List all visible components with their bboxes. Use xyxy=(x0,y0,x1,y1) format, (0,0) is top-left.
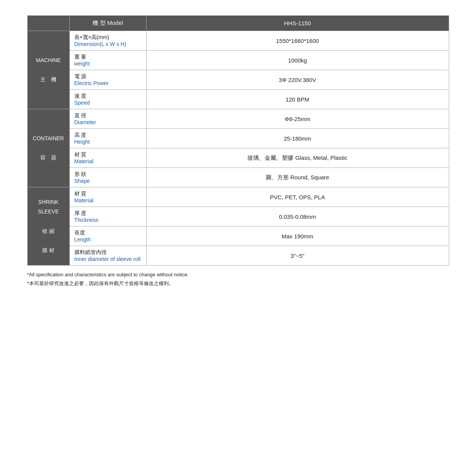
value-cell: 1550*1660*1600 xyxy=(146,31,449,51)
value-cell: 圓、方形 Round, Square xyxy=(146,168,449,187)
table-row: 速 度Speed120 BPM xyxy=(27,90,449,109)
value-cell: 3"~5" xyxy=(146,246,449,266)
table-row: 高 度Height25-180mm xyxy=(27,129,449,148)
table-row: 重 量weight1000kg xyxy=(27,51,449,70)
table-row: 厚 度Thickness0.035-0.08mm xyxy=(27,207,449,226)
spec-cell: 速 度Speed xyxy=(69,90,146,109)
category-cell-2: SHRINKSLEEVE收 縮膜 材 xyxy=(27,187,69,266)
table-row: 膜料紙管內徑Inner diameter of sleeve roll3"~5" xyxy=(27,246,449,266)
value-cell: 1000kg xyxy=(146,51,449,70)
page-wrapper: 機 型 Model HHS-1150 MACHINE主 機長×寬×高(mm)Di… xyxy=(27,15,449,288)
spec-table: 機 型 Model HHS-1150 MACHINE主 機長×寬×高(mm)Di… xyxy=(27,15,449,266)
value-cell: Max 190mm xyxy=(146,226,449,246)
value-cell: 120 BPM xyxy=(146,90,449,109)
table-row: MACHINE主 機長×寬×高(mm)Dimension(L x W x H)1… xyxy=(27,31,449,51)
value-cell: PVC, PET, OPS, PLA xyxy=(146,187,449,207)
table-row: SHRINKSLEEVE收 縮膜 材材 質MaterialPVC, PET, O… xyxy=(27,187,449,207)
spec-cell: 厚 度Thickness xyxy=(69,207,146,226)
footnotes: *All specification and characteristics a… xyxy=(27,270,449,288)
table-row: 電 源Electric Power3Φ 220V.380V xyxy=(27,70,449,90)
value-cell: 玻璃、金屬、塑膠 Glass, Metal, Plastic xyxy=(146,148,449,168)
value-cell: 0.035-0.08mm xyxy=(146,207,449,226)
table-row: 形 狀Shape圓、方形 Round, Square xyxy=(27,168,449,187)
spec-cell: 高 度Height xyxy=(69,129,146,148)
spec-cell: 重 量weight xyxy=(69,51,146,70)
header-col3: HHS-1150 xyxy=(146,16,449,31)
value-cell: 25-180mm xyxy=(146,129,449,148)
footnote-1: *All specification and characteristics a… xyxy=(27,270,449,279)
spec-cell: 膜料紙管內徑Inner diameter of sleeve roll xyxy=(69,246,146,266)
value-cell: 3Φ 220V.380V xyxy=(146,70,449,90)
table-row: 長度LengthMax 190mm xyxy=(27,226,449,246)
spec-cell: 電 源Electric Power xyxy=(69,70,146,90)
spec-cell: 形 狀Shape xyxy=(69,168,146,187)
spec-cell: 長×寬×高(mm)Dimension(L x W x H) xyxy=(69,31,146,51)
category-cell-0: MACHINE主 機 xyxy=(27,31,69,109)
table-row: CONTAINER容 器直 徑DiameterΦ8-25mm xyxy=(27,109,449,129)
spec-cell: 材 質Material xyxy=(69,148,146,168)
table-row: 材 質Material玻璃、金屬、塑膠 Glass, Metal, Plasti… xyxy=(27,148,449,168)
spec-cell: 長度Length xyxy=(69,226,146,246)
value-cell: Φ8-25mm xyxy=(146,109,449,129)
table-header-row: 機 型 Model HHS-1150 xyxy=(27,16,449,31)
spec-cell: 直 徑Diameter xyxy=(69,109,146,129)
category-cell-1: CONTAINER容 器 xyxy=(27,109,69,187)
footnote-2: *本司基於研究改進之必要，因此保有外觀尺寸規格等修改之權利。 xyxy=(27,279,449,288)
header-col1 xyxy=(27,16,69,31)
header-col2: 機 型 Model xyxy=(69,16,146,31)
spec-cell: 材 質Material xyxy=(69,187,146,207)
